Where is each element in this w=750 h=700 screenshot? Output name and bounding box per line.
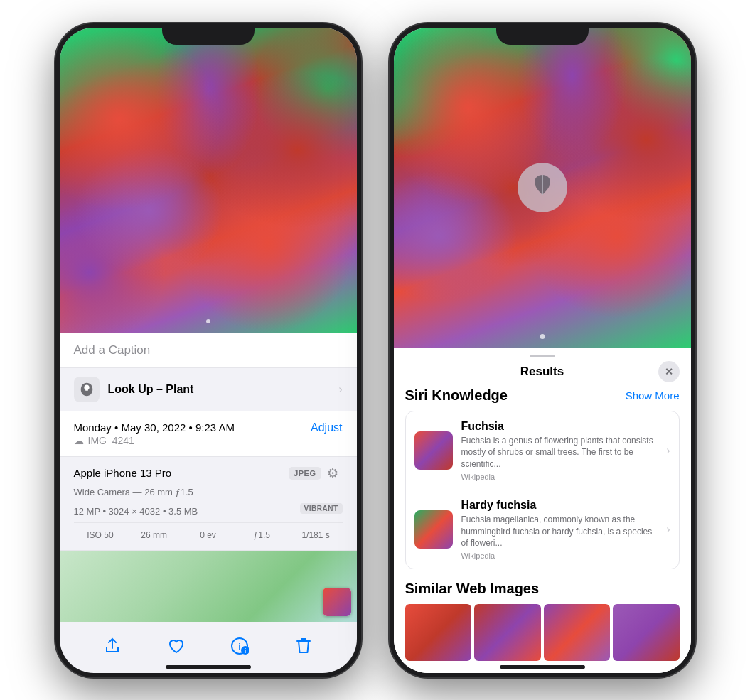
filename-row: ☁ IMG_4241 [74, 435, 235, 446]
caption-placeholder[interactable]: Add a Caption [74, 343, 151, 357]
phone-notch [162, 23, 255, 45]
visual-lookup-icon [74, 377, 100, 402]
fuchsia-source: Wikipedia [461, 473, 658, 481]
visual-lookup-button[interactable] [518, 163, 567, 212]
lookup-label: Look Up – Plant [108, 383, 194, 396]
lookup-row[interactable]: Look Up – Plant › [60, 368, 357, 411]
fuchsia-text: Fuchsia Fuchsia is a genus of flowering … [461, 420, 658, 481]
right-phone: Results ✕ Siri Knowledge Show More Fuch [390, 23, 695, 677]
left-phone-screen: Add a Caption Look Up – Plant › Monday •… [60, 28, 357, 673]
right-home-indicator [500, 665, 585, 669]
right-phone-notch [496, 23, 589, 45]
similar-title: Similar Web Images [405, 581, 680, 597]
fuchsia-chevron-icon: › [666, 444, 670, 457]
close-button[interactable]: ✕ [658, 361, 680, 382]
delete-button[interactable] [291, 633, 316, 659]
camera-settings-icon[interactable]: ⚙ [327, 465, 343, 481]
map-thumbnail [323, 588, 351, 616]
siri-knowledge-header: Siri Knowledge Show More [405, 387, 680, 404]
hardy-fuchsia-item[interactable]: Hardy fuchsia Fuchsia magellanica, commo… [406, 490, 679, 569]
results-header: Results ✕ [394, 362, 691, 387]
similar-image-4[interactable] [613, 604, 680, 661]
fuchsia-name: Fuchsia [461, 420, 658, 433]
hardy-text: Hardy fuchsia Fuchsia magellanica, commo… [461, 499, 658, 560]
spec-f: ƒ1.5 [235, 529, 289, 542]
filename: IMG_4241 [88, 435, 134, 446]
similar-image-1[interactable] [405, 604, 472, 661]
right-flower-photo [394, 28, 691, 348]
hardy-description: Fuchsia magellanica, commonly known as t… [461, 514, 658, 549]
siri-knowledge-title: Siri Knowledge [405, 387, 508, 404]
date-info: Monday • May 30, 2022 • 9:23 AM ☁ IMG_42… [74, 421, 235, 446]
fuchsia-item[interactable]: Fuchsia Fuchsia is a genus of flowering … [406, 411, 679, 490]
visual-lookup-leaf-icon [530, 172, 555, 203]
camera-detail-2: 12 MP • 3024 × 4032 • 3.5 MB [74, 506, 198, 517]
svg-text:i: i [245, 647, 247, 655]
similar-image-3[interactable] [544, 604, 611, 661]
hardy-chevron-icon: › [666, 523, 670, 536]
similar-image-2[interactable] [474, 604, 541, 661]
bottom-toolbar: i i [60, 633, 357, 659]
results-title: Results [520, 365, 564, 379]
hardy-source: Wikipedia [461, 551, 658, 560]
svg-text:i: i [238, 641, 241, 652]
device-section: Apple iPhone 13 Pro JPEG ⚙ Wide Camera —… [60, 457, 357, 551]
jpeg-badge: JPEG [289, 467, 321, 480]
spec-speed: 1/181 s [289, 529, 343, 542]
spec-iso: ISO 50 [74, 529, 128, 542]
date-text: Monday • May 30, 2022 • 9:23 AM [74, 421, 235, 434]
fuchsia-thumb-image [414, 431, 453, 470]
share-button[interactable] [100, 633, 125, 659]
favorite-button[interactable] [164, 633, 189, 659]
specs-row: ISO 50 26 mm 0 ev ƒ1.5 1/181 s [74, 522, 343, 542]
cloud-icon: ☁ [74, 435, 84, 446]
map-area[interactable] [60, 551, 357, 622]
fuchsia-thumbnail [414, 431, 453, 470]
panel-handle [530, 355, 555, 357]
page-dot [206, 319, 210, 323]
hardy-name: Hardy fuchsia [461, 499, 658, 512]
adjust-button[interactable]: Adjust [311, 421, 342, 434]
date-section: Monday • May 30, 2022 • 9:23 AM ☁ IMG_42… [60, 411, 357, 457]
left-phone: Add a Caption Look Up – Plant › Monday •… [55, 23, 361, 677]
map-mini-image [323, 588, 351, 616]
spec-ev: 0 ev [181, 529, 235, 542]
hardy-thumb-image [414, 510, 453, 549]
fuchsia-description: Fuchsia is a genus of flowering plants t… [461, 435, 658, 470]
vibrant-badge: VIBRANT [300, 503, 343, 514]
flower-photo [60, 28, 357, 333]
similar-images-row [405, 604, 680, 661]
hardy-thumbnail [414, 510, 453, 549]
camera-detail-2-row: 12 MP • 3024 × 4032 • 3.5 MB VIBRANT [74, 500, 343, 517]
right-phone-screen: Results ✕ Siri Knowledge Show More Fuch [394, 28, 691, 673]
spec-mm: 26 mm [127, 529, 181, 542]
info-button[interactable]: i i [227, 633, 252, 659]
show-more-button[interactable]: Show More [626, 389, 680, 402]
device-name: Apple iPhone 13 Pro [74, 467, 172, 479]
camera-detail-1: Wide Camera — 26 mm ƒ1.5 [74, 487, 343, 497]
results-panel: Results ✕ Siri Knowledge Show More Fuch [394, 348, 691, 673]
results-content: Siri Knowledge Show More Fuchsia Fuchsia… [394, 387, 691, 673]
caption-area[interactable]: Add a Caption [60, 333, 357, 368]
home-indicator [166, 665, 251, 669]
flower-image-bg [60, 28, 357, 333]
device-badges: JPEG ⚙ [289, 465, 342, 481]
similar-section: Similar Web Images [405, 581, 680, 661]
device-row: Apple iPhone 13 Pro JPEG ⚙ [74, 465, 343, 481]
lookup-chevron-icon: › [338, 383, 342, 396]
knowledge-card: Fuchsia Fuchsia is a genus of flowering … [405, 411, 680, 570]
dot-indicator [540, 334, 545, 339]
